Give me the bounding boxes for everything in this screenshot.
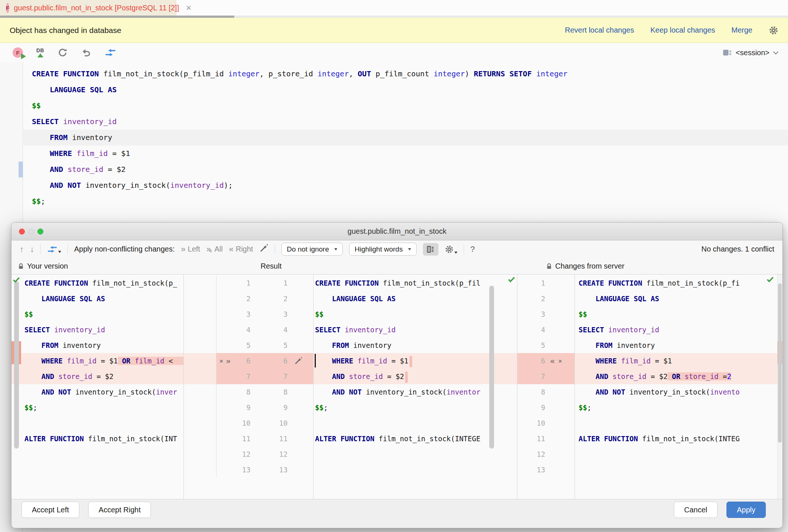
- code-line: FROM inventory: [23, 130, 788, 146]
- apply-left-button[interactable]: » Left: [181, 245, 200, 254]
- code-line: AND store_id = $2: [11, 369, 183, 384]
- apply-right-button[interactable]: « Right: [229, 245, 253, 254]
- pane-your-version[interactable]: CREATE FUNCTION film_not_in_stock(p_ LAN…: [11, 275, 184, 499]
- code-line: SELECT inventory_id: [23, 114, 788, 130]
- code-line: [11, 462, 183, 478]
- code-line: FROM inventory: [575, 338, 782, 353]
- code-line: LANGUAGE SQL AS: [23, 82, 788, 98]
- tab-close-icon[interactable]: ✕: [186, 4, 192, 12]
- line-number: 6: [251, 357, 288, 365]
- accept-left-button[interactable]: Accept Left: [21, 502, 79, 518]
- line-number: 5: [251, 341, 288, 349]
- revert-local-changes-link[interactable]: Revert local changes: [565, 26, 634, 34]
- line-number: 1: [517, 279, 545, 287]
- tab-film-not-in-stock[interactable]: F guest.public.film_not_in_stock [Postgr…: [0, 0, 176, 16]
- highlight-policy-select[interactable]: Highlight words: [349, 243, 417, 256]
- session-label: <session>: [736, 49, 769, 57]
- session-selector[interactable]: <session>: [722, 49, 777, 57]
- line-number: 2: [517, 295, 545, 303]
- next-change-icon[interactable]: ↓: [30, 245, 34, 254]
- line-number: 6: [517, 357, 545, 365]
- gutter-row: 5: [517, 338, 575, 353]
- code-line: $$: [575, 306, 782, 322]
- traffic-light-close-icon[interactable]: [19, 229, 25, 235]
- refresh-icon[interactable]: [57, 47, 68, 58]
- play-triangle-icon: [21, 53, 26, 59]
- session-icon: [722, 49, 732, 56]
- collapse-unchanged-toggle[interactable]: [423, 243, 438, 256]
- gutter-row: 13: [517, 462, 575, 478]
- code-line: [314, 415, 517, 431]
- center-scrollbar-thumb[interactable]: [489, 286, 494, 449]
- pane-changes-from-server[interactable]: CREATE FUNCTION film_not_in_stock(p_fi L…: [575, 275, 782, 499]
- line-number: 11: [251, 435, 288, 443]
- merge-link[interactable]: Merge: [731, 26, 752, 34]
- compare-merge-icon[interactable]: [105, 49, 116, 57]
- gutter-row: ✕»66: [184, 353, 313, 369]
- magic-resolve-icon: [294, 357, 302, 365]
- code-line: SELECT inventory_id: [314, 322, 517, 338]
- gutter-row: 99: [184, 400, 313, 415]
- check-marker-icon: [507, 275, 516, 283]
- traffic-light-minimize-icon[interactable]: [28, 229, 34, 235]
- gutter-row: 11: [517, 431, 575, 446]
- gutter-row: 12: [517, 446, 575, 462]
- code-line: $$: [23, 98, 788, 114]
- code-line: AND NOT inventory_in_stock(inver: [11, 384, 183, 400]
- previous-change-icon[interactable]: ↑: [20, 245, 24, 254]
- left-scrollbar-thumb[interactable]: [14, 281, 19, 449]
- accept-right-button[interactable]: Accept Right: [88, 502, 151, 518]
- line-number: 1: [236, 279, 251, 287]
- line-number: 12: [251, 450, 288, 458]
- line-number: 2: [251, 295, 288, 303]
- help-icon[interactable]: ?: [470, 245, 475, 254]
- ignore-policy-select[interactable]: Do not ignore: [281, 243, 343, 256]
- code-line: [575, 446, 782, 462]
- code-line: $$;: [11, 400, 183, 415]
- code-line: $$;: [23, 193, 788, 209]
- dialog-title-bar[interactable]: guest.public.film_not_in_stock: [11, 223, 782, 240]
- rollback-undo-icon[interactable]: [81, 47, 92, 58]
- code-line: CREATE FUNCTION film_not_in_stock(p_fi: [575, 275, 782, 291]
- ignore-change-icon[interactable]: ✕: [219, 357, 223, 365]
- code-line: FROM inventory: [314, 338, 517, 353]
- submit-to-database-icon[interactable]: DB: [36, 48, 44, 57]
- gutter-row: 4: [517, 322, 575, 338]
- code-line: SELECT inventory_id: [11, 322, 183, 338]
- code-line: WHERE film_id = $1: [314, 353, 517, 369]
- gutter-row: 6«✕: [517, 353, 575, 369]
- line-number: 5: [236, 341, 251, 349]
- apply-change-right-icon[interactable]: »: [226, 356, 231, 366]
- right-scrollbar-thumb[interactable]: [778, 283, 782, 443]
- line-number: 3: [517, 310, 545, 318]
- text-cursor: [315, 354, 316, 368]
- gutter-row: 44: [184, 322, 313, 338]
- code-line: $$: [11, 306, 183, 322]
- code-line: AND store_id = $2: [314, 369, 517, 384]
- editor-toolbar: F DB <session>: [0, 43, 788, 62]
- resolve-conflict-magic-icon[interactable]: [288, 357, 314, 365]
- ignore-change-icon[interactable]: ✕: [558, 357, 562, 365]
- editor-code-area[interactable]: CREATE FUNCTION film_not_in_stock(p_film…: [23, 62, 788, 209]
- line-number: 3: [236, 310, 251, 318]
- line-number: 10: [236, 419, 251, 427]
- keep-local-changes-link[interactable]: Keep local changes: [650, 26, 715, 34]
- magic-resolve-toolbar-icon[interactable]: [259, 244, 268, 255]
- merge-settings-gear-icon[interactable]: [445, 245, 457, 254]
- apply-button[interactable]: Apply: [726, 502, 766, 518]
- change-marker[interactable]: [19, 162, 23, 177]
- merge-mode-icon[interactable]: [47, 246, 61, 253]
- gutter-row: 1212: [184, 446, 313, 462]
- pane-result[interactable]: CREATE FUNCTION film_not_in_stock(p_fil …: [314, 275, 517, 499]
- left-pane-header: Your version: [18, 258, 68, 275]
- traffic-light-zoom-icon[interactable]: [37, 229, 43, 235]
- code-line: CREATE FUNCTION film_not_in_stock(p_: [11, 275, 183, 291]
- run-function-icon[interactable]: F: [13, 47, 23, 58]
- notification-settings-gear-icon[interactable]: [769, 26, 778, 35]
- chevron-down-icon: [773, 49, 778, 54]
- apply-all-button[interactable]: »« All: [206, 245, 223, 254]
- line-number: 6: [236, 357, 251, 365]
- cancel-button[interactable]: Cancel: [674, 502, 718, 518]
- line-number: 7: [236, 372, 251, 380]
- apply-change-left-icon[interactable]: «: [550, 356, 555, 366]
